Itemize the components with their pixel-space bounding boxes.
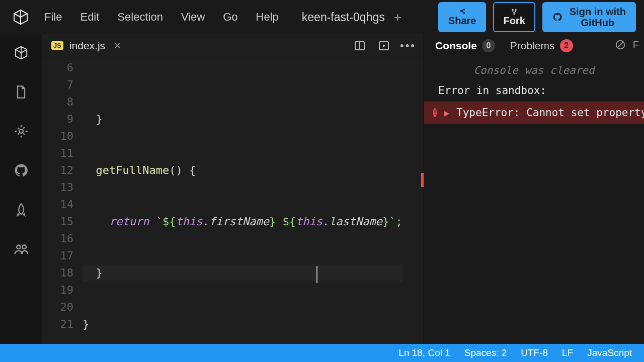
sandbox-icon[interactable]	[13, 44, 30, 61]
live-icon[interactable]	[13, 240, 30, 257]
status-bar: Ln 18, Col 1 Spaces: 2 UTF-8 LF JavaScri…	[0, 344, 644, 362]
devtools-panel: Console 0 Problems 2 F Console was clear…	[424, 34, 644, 344]
tab-problems[interactable]: Problems 2	[504, 36, 579, 55]
more-icon[interactable]: •••	[401, 39, 415, 52]
split-editor-icon[interactable]	[353, 39, 366, 52]
tab-console[interactable]: Console 0	[429, 36, 501, 55]
deploy-icon[interactable]	[13, 201, 30, 218]
fork-icon	[511, 8, 518, 15]
editor-column: JS index.js × ••• 6789 10111213 14151617…	[42, 34, 424, 344]
menu-help[interactable]: Help	[249, 8, 286, 27]
tab-close-button[interactable]: ×	[114, 39, 121, 52]
preview-icon[interactable]	[377, 39, 390, 52]
signin-github-button[interactable]: Sign in with GitHub	[542, 2, 636, 32]
menu-file[interactable]: File	[37, 8, 69, 27]
status-cursor-pos[interactable]: Ln 18, Col 1	[398, 347, 450, 358]
github-icon	[552, 12, 562, 22]
menu-selection[interactable]: Selection	[110, 8, 170, 27]
header-actions: Share Fork Sign in with GitHub	[438, 2, 636, 32]
js-badge: JS	[51, 41, 63, 50]
editor-tabbar: JS index.js × •••	[42, 34, 424, 57]
menu-view[interactable]: View	[174, 8, 212, 27]
project-title[interactable]: keen-fast-0qhgs	[302, 11, 385, 24]
cube-icon	[13, 9, 29, 25]
fork-label: Fork	[503, 15, 525, 27]
overflow-label[interactable]: F	[633, 39, 639, 52]
console-output[interactable]: Console was cleared Error in sandbox: ! …	[424, 57, 644, 344]
file-tab-index-js[interactable]: JS index.js ×	[42, 34, 130, 57]
error-entry[interactable]: ! ▶ TypeError: Cannot set property	[424, 102, 644, 124]
svg-point-0	[19, 129, 23, 133]
problems-count-badge: 2	[560, 39, 573, 52]
error-heading: Error in sandbox:	[424, 79, 644, 102]
console-count-badge: 0	[482, 39, 495, 52]
status-language[interactable]: JavaScript	[587, 347, 632, 358]
share-button[interactable]: Share	[438, 2, 487, 32]
expand-caret-icon[interactable]: ▶	[444, 108, 449, 118]
github-nav-icon[interactable]	[13, 162, 30, 179]
text-cursor	[316, 266, 317, 283]
fork-button[interactable]: Fork	[493, 2, 535, 32]
svg-line-7	[617, 42, 623, 47]
share-label: Share	[448, 15, 476, 27]
status-eol[interactable]: LF	[562, 347, 573, 358]
devtools-tabs: Console 0 Problems 2 F	[424, 34, 644, 57]
signin-label-2: GitHub	[570, 17, 626, 28]
file-tab-name: index.js	[69, 40, 105, 52]
activity-bar	[0, 34, 42, 344]
share-icon	[459, 8, 466, 15]
error-text: TypeError: Cannot set property	[456, 107, 644, 119]
settings-icon[interactable]	[13, 123, 30, 140]
menu-go[interactable]: Go	[216, 8, 245, 27]
signin-label-1: Sign in with	[570, 6, 626, 17]
error-dot-icon: !	[433, 108, 437, 117]
console-cleared-msg: Console was cleared	[424, 61, 644, 79]
line-gutter: 6789 10111213 14151617 18192021	[42, 57, 83, 344]
svg-point-1	[17, 245, 21, 249]
minimap-error-marker[interactable]	[421, 173, 424, 187]
code-editor[interactable]: 6789 10111213 14151617 18192021 } getFul…	[42, 57, 424, 344]
app-logo[interactable]	[8, 5, 33, 30]
main-area: JS index.js × ••• 6789 10111213 14151617…	[0, 34, 644, 344]
clear-console-icon[interactable]	[615, 39, 626, 52]
status-spaces[interactable]: Spaces: 2	[464, 347, 507, 358]
new-tab-button[interactable]: +	[394, 10, 401, 25]
code-content[interactable]: } getFullName() { return `${this.firstNa…	[83, 57, 403, 344]
svg-point-2	[23, 245, 27, 249]
menu-edit[interactable]: Edit	[73, 8, 106, 27]
menubar: File Edit Selection View Go Help keen-fa…	[0, 0, 644, 34]
status-encoding[interactable]: UTF-8	[521, 347, 548, 358]
files-icon[interactable]	[13, 83, 30, 101]
